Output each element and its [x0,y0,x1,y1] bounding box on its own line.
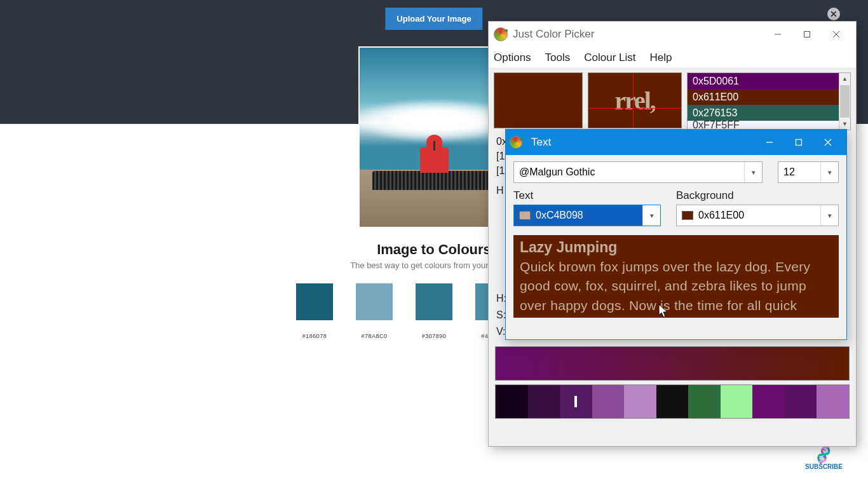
palette-cell[interactable] [560,385,592,418]
palette-cell[interactable] [496,385,528,418]
menu-options[interactable]: Options [494,51,531,64]
text-color-value: 0xC4B098 [536,210,583,221]
swatch[interactable]: #186078 [296,283,333,339]
swatch-hex: #78A8C0 [356,333,393,339]
zoom-text: rrel, [614,86,655,116]
palette-cell[interactable] [592,385,625,418]
scrollbar[interactable]: ▲ ▼ [839,73,850,130]
gradient-bar[interactable] [495,346,850,381]
colour-list-row[interactable]: 0x5D0061 [688,73,839,89]
menu-tools[interactable]: Tools [545,51,571,64]
palette-cell[interactable] [721,385,753,418]
maximize-button[interactable] [784,130,813,155]
color-chip [682,211,693,220]
upload-button[interactable]: Upload Your Image [385,8,482,30]
colour-list-row[interactable]: 0x611E00 [688,89,839,105]
scroll-thumb[interactable] [840,85,850,118]
chevron-down-icon[interactable]: ▾ [642,205,660,226]
zoom-preview: rrel, [588,72,682,128]
palette-cell[interactable] [528,385,560,418]
bg-color-value: 0x611E00 [698,210,744,221]
chevron-down-icon[interactable]: ▾ [820,205,838,226]
palette-cell[interactable] [817,385,849,418]
palette-cell[interactable] [785,385,817,418]
app-icon [510,136,522,149]
close-icon[interactable]: ✕ [827,8,840,20]
font-value: @Malgun Gothic [514,166,744,178]
font-size-value: 12 [778,166,820,178]
close-button[interactable] [813,130,843,155]
maximize-button[interactable] [792,25,822,44]
uploaded-image-preview [358,46,510,228]
swatch-hex: #186078 [296,333,333,339]
palette-cell[interactable] [656,385,689,418]
scroll-down-icon[interactable]: ▼ [839,118,850,130]
svg-rect-5 [796,140,802,146]
text-preview-window: Text @Malgun Gothic ▾ 12 ▾ Text Backgrou… [505,129,847,340]
text-window-title: Text [531,136,551,149]
subscribe-badge[interactable]: 🧬 SUBSCRIBE [805,447,843,470]
window-title: Just Color Picker [513,28,594,41]
color-chip [519,211,531,220]
menu-colour-list[interactable]: Colour List [584,51,635,64]
chevron-down-icon[interactable]: ▾ [820,162,838,182]
palette-row [495,384,850,419]
minimize-button[interactable] [755,130,784,155]
text-color-label: Text [513,189,661,202]
text-preview-pane: Lazy Jumping Quick brown fox jumps over … [513,235,839,318]
palette-cell[interactable] [688,385,721,418]
app-icon [494,27,508,41]
text-titlebar[interactable]: Text [506,130,846,155]
chevron-down-icon[interactable]: ▾ [744,162,762,182]
menu-help[interactable]: Help [650,51,672,64]
colour-list-row[interactable]: 0xF7F5FF [688,121,839,130]
scroll-up-icon[interactable]: ▲ [839,73,850,85]
bg-color-label: Background [676,189,734,202]
font-select[interactable]: @Malgun Gothic ▾ [513,161,763,183]
palette-cell[interactable] [752,385,785,418]
current-color-swatch [494,72,583,128]
text-color-select[interactable]: 0xC4B098 ▾ [513,205,661,226]
palette-cell[interactable] [624,385,656,418]
swatch-hex: #307890 [416,333,452,339]
colour-list-row[interactable]: 0x276153 [688,105,839,121]
titlebar[interactable]: Just Color Picker [489,22,856,47]
font-size-select[interactable]: 12 ▾ [778,161,839,183]
minimize-button[interactable] [763,25,792,44]
swatch[interactable]: #78A8C0 [356,283,393,339]
preview-title: Lazy Jumping [520,239,832,256]
swatch[interactable]: #307890 [416,283,452,339]
colour-list: 0x5D0061 0x611E00 0x276153 0xF7F5FF ▲ ▼ [687,72,851,130]
close-button[interactable] [822,25,851,44]
preview-body: Quick brown fox jumps over the lazy dog.… [520,257,832,315]
bg-color-select[interactable]: 0x611E00 ▾ [676,205,839,226]
menubar: Options Tools Colour List Help [489,47,856,69]
svg-rect-1 [804,32,810,37]
